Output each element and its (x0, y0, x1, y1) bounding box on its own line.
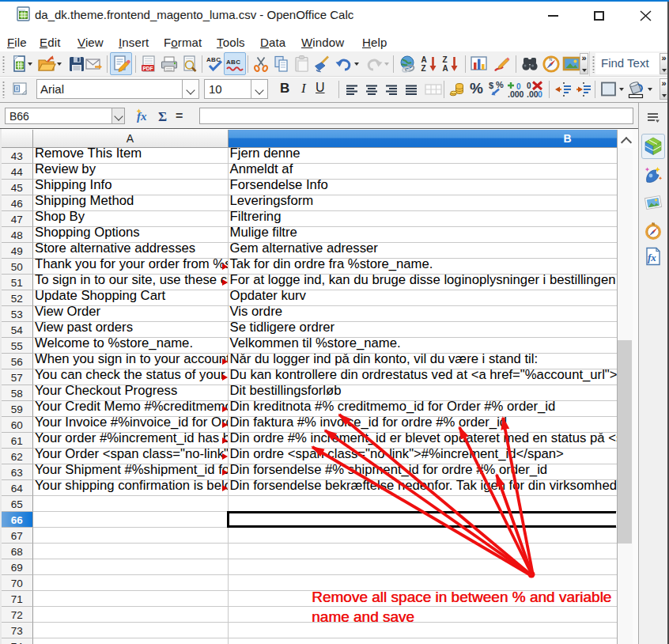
svg-text:PDF: PDF (143, 66, 153, 71)
svg-text:Σ: Σ (158, 109, 167, 124)
svg-text:ABC: ABC (206, 56, 221, 63)
svg-text:ABC: ABC (226, 59, 240, 66)
svg-text:fx: fx (648, 252, 656, 263)
svg-text:A: A (421, 55, 427, 64)
svg-text:.000: .000 (508, 89, 524, 99)
svg-text:N: N (550, 57, 553, 62)
svg-text:N: N (652, 222, 655, 226)
svg-text:%: % (496, 80, 504, 89)
svg-text:Z: Z (443, 55, 448, 64)
svg-text:$: $ (489, 81, 493, 90)
svg-text:.00: .00 (527, 89, 539, 99)
svg-text:Z: Z (421, 64, 426, 73)
svg-text:=: = (176, 109, 183, 123)
svg-text:0: 0 (538, 89, 542, 99)
svg-text:A: A (443, 64, 448, 73)
